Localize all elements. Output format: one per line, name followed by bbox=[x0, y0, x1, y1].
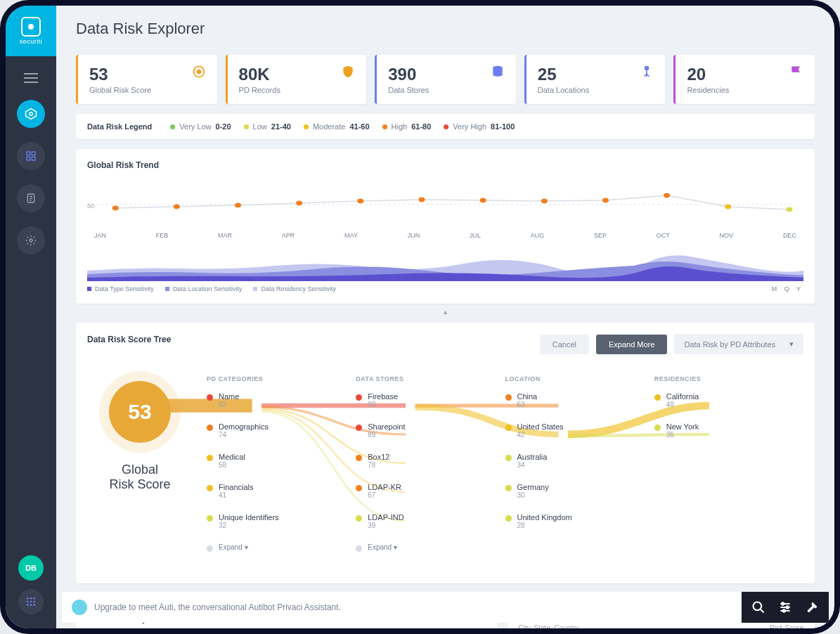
score-label: Global Risk Score bbox=[109, 462, 170, 492]
trend-line-chart[interactable]: 50 bbox=[87, 180, 803, 229]
tree-node[interactable]: Medical58 bbox=[207, 453, 356, 469]
svg-point-44 bbox=[783, 609, 785, 612]
tree-node[interactable]: New York36 bbox=[654, 422, 803, 439]
cancel-button[interactable]: Cancel bbox=[540, 335, 589, 354]
node-name: California bbox=[666, 392, 699, 401]
node-name: Medical bbox=[219, 453, 245, 461]
tree-node[interactable]: Firebase90 bbox=[356, 392, 505, 408]
nav-dashboard-icon[interactable] bbox=[17, 142, 45, 170]
kpi-value: 25 bbox=[538, 65, 589, 84]
apps-grid-icon[interactable] bbox=[18, 589, 44, 614]
tree-node[interactable]: LDAP-KR67 bbox=[356, 483, 505, 499]
tree-node[interactable]: Unique Identifiers32 bbox=[207, 513, 356, 529]
node-name: United Kingdom bbox=[517, 513, 572, 522]
expand-link[interactable]: Expand ▾ bbox=[368, 543, 397, 551]
risk-legend: Data Risk Legend Very Low 0-20 Low 21-40… bbox=[76, 114, 815, 139]
svg-point-13 bbox=[33, 597, 35, 600]
kpi-value: 20 bbox=[687, 65, 729, 84]
legend-title: Data Risk Legend bbox=[87, 122, 152, 131]
main-content: Data Risk Explorer 53Global Risk Score 8… bbox=[56, 6, 834, 628]
kpi-pd-records[interactable]: 80KPD Records bbox=[226, 55, 367, 104]
risk-dot-icon bbox=[654, 394, 661, 401]
expand-more-button[interactable]: Expand More bbox=[596, 335, 667, 354]
hamburger-menu-icon[interactable] bbox=[24, 73, 38, 83]
svg-point-36 bbox=[786, 207, 792, 212]
kpi-value: 80K bbox=[239, 65, 280, 84]
risk-dot-icon bbox=[505, 515, 512, 522]
nav-reports-icon[interactable] bbox=[17, 184, 45, 212]
collapse-handle-icon[interactable]: ▴ bbox=[76, 308, 815, 316]
trend-area-chart[interactable] bbox=[87, 246, 803, 281]
trend-legend-item: Data Type Sensitivity bbox=[87, 285, 154, 292]
node-value: 48 bbox=[666, 401, 699, 408]
bottom-bar: Upgrade to meet Auti, the conversational… bbox=[62, 592, 829, 623]
svg-point-23 bbox=[645, 66, 650, 71]
tree-node[interactable]: Name92 bbox=[207, 392, 356, 408]
tool-bar bbox=[742, 592, 829, 623]
user-avatar[interactable]: DB bbox=[18, 555, 44, 581]
risk-dot-icon bbox=[654, 425, 661, 431]
y-axis-tick: 50 bbox=[87, 202, 94, 209]
brand-logo[interactable]: securiti bbox=[6, 6, 56, 56]
risk-dot-icon bbox=[356, 425, 362, 431]
svg-point-19 bbox=[33, 604, 35, 606]
svg-point-11 bbox=[27, 597, 29, 600]
attribute-dropdown[interactable]: Data Risk by PD Attributes▾ bbox=[674, 334, 803, 354]
node-name: LDAP-KR bbox=[368, 483, 401, 491]
risk-dot-icon bbox=[207, 425, 213, 431]
tree-node[interactable]: Financials41 bbox=[207, 483, 356, 499]
svg-point-42 bbox=[782, 602, 784, 604]
tree-node[interactable]: Germany30 bbox=[505, 483, 654, 499]
tree-node[interactable]: United Kingdom28 bbox=[505, 513, 654, 529]
kpi-residencies[interactable]: 20Residencies bbox=[673, 55, 815, 104]
svg-marker-0 bbox=[26, 109, 37, 119]
node-value: 67 bbox=[368, 491, 401, 499]
tree-node[interactable]: Australia34 bbox=[505, 453, 654, 469]
risk-score-tree-panel: Data Risk Score Tree Cancel Expand More … bbox=[76, 323, 815, 583]
risk-dot-icon bbox=[356, 485, 362, 491]
svg-point-12 bbox=[30, 597, 32, 600]
kpi-data-stores[interactable]: 390Data Stores bbox=[375, 55, 516, 104]
svg-point-15 bbox=[30, 601, 32, 603]
nav-settings-icon[interactable] bbox=[17, 226, 45, 254]
svg-point-28 bbox=[296, 201, 302, 206]
chevron-down-icon: ▾ bbox=[789, 339, 794, 349]
svg-point-25 bbox=[112, 206, 119, 211]
node-name: Box12 bbox=[368, 453, 389, 461]
range-toggle[interactable]: M Q Y bbox=[772, 285, 803, 292]
search-icon[interactable] bbox=[751, 600, 765, 614]
kpi-data-locations[interactable]: 25Data Locations bbox=[524, 55, 666, 104]
tree-node[interactable]: Box1278 bbox=[356, 453, 505, 469]
trend-x-axis: JANFEBMARAPRMAYJUNJULAUGSEPOCTNOVDEC bbox=[87, 229, 803, 246]
node-name: Firebase bbox=[368, 392, 398, 401]
tree-node[interactable]: California48 bbox=[654, 392, 803, 408]
node-value: 42 bbox=[517, 431, 564, 439]
tree-node[interactable]: United States42 bbox=[505, 422, 654, 439]
global-risk-trend-panel: Global Risk Trend 50 JANFEBMARAPRMAYJUNJ… bbox=[76, 149, 815, 304]
tree-node[interactable]: China63 bbox=[505, 392, 654, 408]
tree-node[interactable]: Demographics74 bbox=[207, 422, 356, 439]
node-name: New York bbox=[666, 422, 699, 431]
tree-node[interactable]: Sharepoint89 bbox=[356, 422, 505, 439]
node-value: 63 bbox=[517, 401, 538, 408]
chat-bar[interactable]: Upgrade to meet Auti, the conversational… bbox=[62, 592, 742, 623]
kpi-global-risk-score[interactable]: 53Global Risk Score bbox=[76, 55, 217, 104]
brand-name: securiti bbox=[20, 38, 43, 45]
risk-dot-icon bbox=[505, 455, 512, 461]
risk-dot-icon bbox=[356, 394, 362, 401]
kpi-label: PD Records bbox=[239, 86, 280, 94]
column-header: City, State, Country bbox=[519, 624, 579, 628]
sidebar: securiti DB bbox=[6, 6, 56, 628]
build-hammer-icon[interactable] bbox=[805, 600, 819, 614]
svg-point-31 bbox=[479, 198, 486, 203]
expand-link[interactable]: Expand ▾ bbox=[219, 543, 248, 551]
svg-rect-5 bbox=[32, 157, 35, 160]
node-name: Name bbox=[219, 392, 239, 401]
tree-node[interactable]: LDAP-IND39 bbox=[356, 513, 505, 529]
nav-data-risk-icon[interactable] bbox=[17, 100, 45, 128]
global-score-circle[interactable]: 53 bbox=[109, 381, 171, 443]
legend-item: Low 21-40 bbox=[244, 122, 291, 131]
filter-sliders-icon[interactable] bbox=[778, 600, 792, 614]
node-value: 58 bbox=[219, 461, 245, 469]
svg-point-35 bbox=[725, 205, 731, 209]
